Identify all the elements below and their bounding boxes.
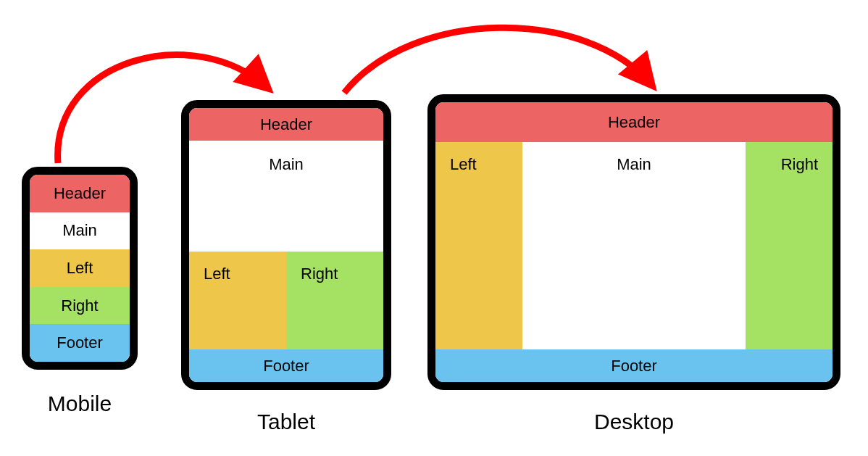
- device-desktop: Header Left Main Right Footer: [427, 94, 840, 390]
- caption-desktop: Desktop: [427, 410, 840, 434]
- desktop-main: Main: [522, 142, 746, 349]
- mobile-right: Right: [30, 287, 130, 325]
- tablet-left: Left: [189, 252, 286, 349]
- desktop-header: Header: [435, 102, 832, 142]
- tablet-footer: Footer: [189, 349, 383, 382]
- tablet-main: Main: [189, 141, 383, 252]
- desktop-right: Right: [746, 142, 832, 349]
- responsive-layout-diagram: Header Main Left Right Footer Mobile Hea…: [0, 0, 868, 456]
- mobile-left: Left: [30, 249, 130, 287]
- device-tablet: Header Main Left Right Footer: [181, 100, 391, 390]
- caption-tablet: Tablet: [181, 410, 391, 434]
- desktop-left: Left: [435, 142, 522, 349]
- arrow-tablet-to-desktop: [344, 28, 652, 93]
- caption-mobile: Mobile: [22, 391, 138, 416]
- mobile-footer: Footer: [30, 324, 130, 362]
- mobile-main: Main: [30, 212, 130, 250]
- tablet-columns: Left Right: [189, 252, 383, 349]
- mobile-header: Header: [30, 175, 130, 212]
- tablet-right: Right: [286, 252, 383, 349]
- desktop-body: Left Main Right: [435, 142, 832, 349]
- tablet-header: Header: [189, 108, 383, 141]
- device-mobile: Header Main Left Right Footer: [22, 167, 138, 370]
- desktop-footer: Footer: [435, 349, 832, 382]
